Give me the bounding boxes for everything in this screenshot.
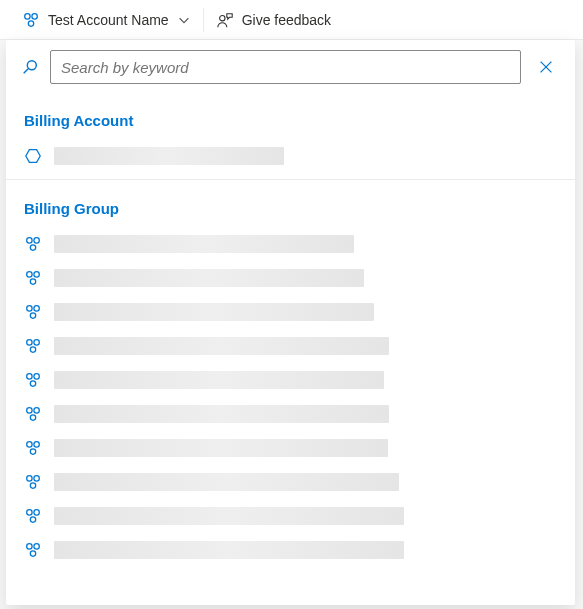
svg-point-6 xyxy=(34,238,39,243)
list-item[interactable] xyxy=(6,397,575,431)
svg-point-26 xyxy=(27,476,32,481)
item-label xyxy=(54,303,374,321)
svg-point-2 xyxy=(28,20,33,25)
svg-point-20 xyxy=(27,408,32,413)
svg-point-30 xyxy=(34,510,39,515)
svg-point-7 xyxy=(30,245,35,250)
close-icon xyxy=(537,58,555,76)
list-item[interactable] xyxy=(6,139,575,173)
item-label xyxy=(54,147,284,165)
item-label xyxy=(54,405,389,423)
scope-dropdown-panel: Billing AccountBilling Group xyxy=(6,40,575,605)
group-icon xyxy=(22,11,40,29)
item-label xyxy=(54,371,384,389)
svg-point-21 xyxy=(34,408,39,413)
scope-list[interactable]: Billing AccountBilling Group xyxy=(6,94,575,605)
section-header: Billing Account xyxy=(6,98,575,139)
svg-point-13 xyxy=(30,313,35,318)
list-item[interactable] xyxy=(6,363,575,397)
svg-point-27 xyxy=(34,476,39,481)
svg-point-34 xyxy=(30,551,35,556)
list-item[interactable] xyxy=(6,261,575,295)
group-icon xyxy=(24,405,42,423)
svg-point-28 xyxy=(30,483,35,488)
list-item[interactable] xyxy=(6,227,575,261)
list-item[interactable] xyxy=(6,431,575,465)
list-item[interactable] xyxy=(6,329,575,363)
svg-point-0 xyxy=(25,13,30,18)
svg-point-32 xyxy=(27,544,32,549)
svg-point-1 xyxy=(32,13,37,18)
svg-point-16 xyxy=(30,347,35,352)
group-icon xyxy=(24,371,42,389)
item-label xyxy=(54,507,404,525)
svg-point-10 xyxy=(30,279,35,284)
svg-point-12 xyxy=(34,306,39,311)
svg-point-29 xyxy=(27,510,32,515)
group-icon xyxy=(24,235,42,253)
svg-point-14 xyxy=(27,340,32,345)
search-icon xyxy=(18,58,42,76)
group-icon xyxy=(24,507,42,525)
group-icon xyxy=(24,337,42,355)
close-button[interactable] xyxy=(529,50,563,84)
group-icon xyxy=(24,473,42,491)
list-item[interactable] xyxy=(6,499,575,533)
svg-point-8 xyxy=(27,272,32,277)
hexagon-icon xyxy=(24,147,42,165)
svg-point-23 xyxy=(27,442,32,447)
item-label xyxy=(54,541,404,559)
svg-point-24 xyxy=(34,442,39,447)
group-icon xyxy=(24,303,42,321)
person-feedback-icon xyxy=(216,11,234,29)
svg-point-17 xyxy=(27,374,32,379)
svg-point-33 xyxy=(34,544,39,549)
svg-point-15 xyxy=(34,340,39,345)
svg-point-4 xyxy=(27,61,36,70)
item-label xyxy=(54,269,364,287)
chevron-down-icon xyxy=(177,13,191,27)
section-header: Billing Group xyxy=(6,186,575,227)
svg-point-5 xyxy=(27,238,32,243)
svg-point-25 xyxy=(30,449,35,454)
list-item[interactable] xyxy=(6,465,575,499)
group-icon xyxy=(24,541,42,559)
list-item[interactable] xyxy=(6,533,575,567)
item-label xyxy=(54,337,389,355)
svg-point-18 xyxy=(34,374,39,379)
svg-point-19 xyxy=(30,381,35,386)
svg-point-11 xyxy=(27,306,32,311)
item-label xyxy=(54,473,399,491)
svg-point-31 xyxy=(30,517,35,522)
header-bar: Test Account Name Give feedback xyxy=(0,0,583,40)
svg-point-22 xyxy=(30,415,35,420)
divider xyxy=(6,179,575,180)
item-label xyxy=(54,235,354,253)
svg-point-9 xyxy=(34,272,39,277)
group-icon xyxy=(24,269,42,287)
search-input[interactable] xyxy=(50,50,521,84)
give-feedback-button[interactable]: Give feedback xyxy=(204,0,344,39)
list-item[interactable] xyxy=(6,295,575,329)
group-icon xyxy=(24,439,42,457)
account-scope-selector[interactable]: Test Account Name xyxy=(10,0,203,39)
item-label xyxy=(54,439,388,457)
feedback-label: Give feedback xyxy=(242,12,332,28)
search-row xyxy=(6,40,575,94)
svg-point-3 xyxy=(219,15,224,20)
account-label: Test Account Name xyxy=(48,12,169,28)
